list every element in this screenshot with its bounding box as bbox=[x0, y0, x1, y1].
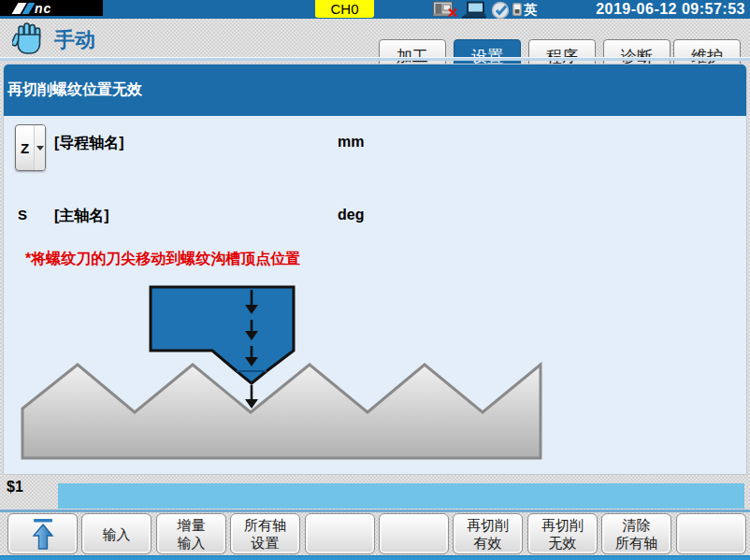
logo-text: nc bbox=[35, 1, 51, 16]
thread-profile bbox=[22, 365, 541, 458]
bottom-strip bbox=[0, 555, 750, 560]
separator bbox=[0, 57, 750, 61]
pc-icon bbox=[462, 1, 486, 19]
lead-axis-unit: mm bbox=[338, 134, 364, 151]
spindle-axis-value: S bbox=[18, 207, 27, 223]
panel-title: 再切削螺纹位置无效 bbox=[4, 65, 746, 116]
dropdown-button[interactable] bbox=[34, 125, 45, 170]
status-message-bar bbox=[58, 483, 744, 509]
softkey-all-axes-set[interactable]: 所有轴 设置 bbox=[230, 513, 300, 554]
mode-label: 手动 bbox=[54, 26, 95, 54]
datetime: 2019-06-12 09:57:53 bbox=[596, 1, 745, 18]
mode-bar: 手动 加工 设置 程序 诊断 维护 bbox=[0, 19, 750, 59]
instruction-note: *将螺纹刀的刀尖移动到螺纹沟槽顶点位置 bbox=[25, 250, 300, 269]
channel-label: $1 bbox=[7, 479, 23, 495]
softkey-return-top[interactable] bbox=[7, 513, 78, 554]
lead-axis-label: [导程轴名] bbox=[54, 134, 124, 153]
softkey-divider bbox=[0, 510, 750, 512]
ok-check-icon bbox=[490, 1, 512, 20]
softkey-blank-1[interactable] bbox=[305, 513, 375, 554]
softkey-incremental-input[interactable]: 增量 输入 bbox=[156, 513, 226, 554]
spindle-axis-unit: deg bbox=[338, 207, 364, 223]
softkey-blank-2[interactable] bbox=[379, 513, 449, 554]
softkey-clear-all-axes[interactable]: 清除 所有轴 bbox=[601, 513, 671, 554]
machine-offline-icon bbox=[433, 1, 459, 18]
softkey-blank-3[interactable] bbox=[676, 513, 746, 554]
chevron-down-icon bbox=[36, 146, 44, 151]
thread-recut-diagram bbox=[4, 280, 746, 475]
cutting-tool bbox=[151, 287, 294, 383]
manual-hand-icon bbox=[12, 22, 44, 57]
titlebar: nc CH0 英 2019-06-12 09:57:53 bbox=[0, 0, 750, 19]
softkey-recut-disable[interactable]: 再切削 无效 bbox=[527, 513, 598, 554]
battery-icon bbox=[512, 3, 522, 16]
return-top-icon bbox=[23, 516, 63, 552]
softkey-input[interactable]: 输入 bbox=[81, 513, 151, 554]
brand-logo: nc bbox=[0, 0, 103, 16]
lead-axis-dropdown[interactable]: Z bbox=[15, 124, 46, 171]
channel-badge[interactable]: CH0 bbox=[315, 0, 374, 18]
spindle-axis-label: [主轴名] bbox=[54, 207, 109, 226]
language-indicator: 英 bbox=[524, 2, 537, 19]
settings-panel: 再切削螺纹位置无效 Z [导程轴名] mm S [主轴名] deg *将螺纹刀的… bbox=[3, 64, 747, 475]
softkey-recut-enable[interactable]: 再切削 有效 bbox=[453, 513, 523, 554]
lead-axis-value: Z bbox=[16, 125, 34, 170]
